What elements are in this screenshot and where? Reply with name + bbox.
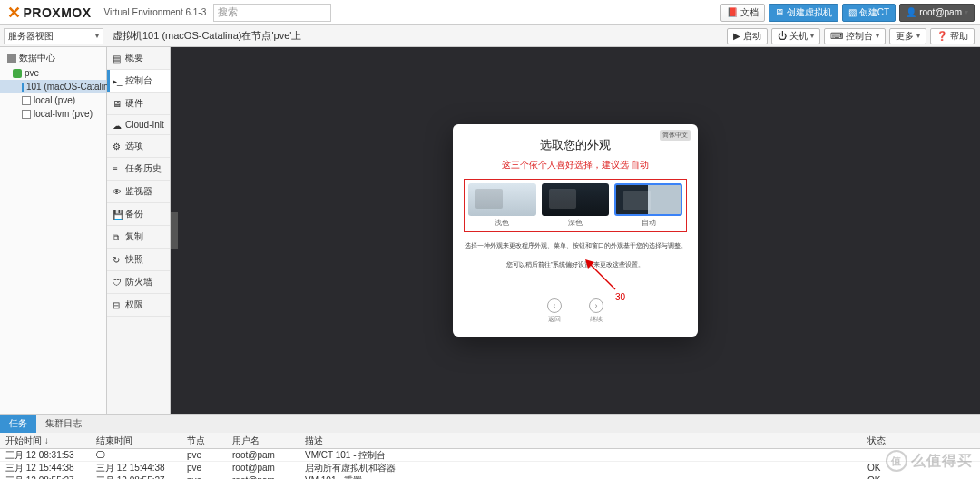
col-start[interactable]: 开始时间 ↓	[0, 435, 91, 447]
book-icon: 📕	[727, 7, 738, 17]
menu-monitor[interactable]: 👁监视器	[107, 181, 170, 203]
cloud-icon: ☁	[113, 121, 122, 130]
tree-vm-101[interactable]: 101 (macOS-Catalina)	[0, 80, 106, 93]
log-header: 开始时间 ↓ 结束时间 节点 用户名 描述 状态	[0, 433, 980, 449]
resource-tree: 数据中心 pve 101 (macOS-Catalina) local (pve…	[0, 47, 107, 414]
menu-snapshot[interactable]: ↻快照	[107, 249, 170, 271]
lock-icon: ⊟	[113, 300, 122, 309]
brand-text: PROXMOX	[24, 5, 92, 20]
view-dropdown[interactable]: 服务器视图▾	[4, 28, 103, 44]
copy-icon: ⧉	[113, 232, 122, 241]
theme-auto[interactable]: 自动	[614, 183, 682, 228]
arrow-right-icon: ›	[595, 301, 598, 310]
list-icon: ≡	[113, 164, 122, 173]
menu-replication[interactable]: ⧉复制	[107, 226, 170, 249]
chevron-down-icon: ▾	[965, 8, 968, 16]
col-end[interactable]: 结束时间	[91, 435, 181, 447]
col-node[interactable]: 节点	[181, 435, 227, 447]
tree-storage-local-lvm[interactable]: local-lvm (pve)	[0, 107, 106, 121]
collapse-handle[interactable]	[171, 212, 178, 249]
create-vm-button[interactable]: 🖥创建虚拟机	[769, 4, 838, 22]
tree-storage-local[interactable]: local (pve)	[0, 93, 106, 107]
logo: ✕ PROXMOX	[0, 3, 99, 23]
back-button[interactable]: ‹ 返回	[547, 298, 562, 324]
chevron-down-icon: ▾	[95, 32, 99, 40]
power-icon: ⏻	[778, 31, 787, 41]
server-icon	[13, 69, 22, 78]
col-user[interactable]: 用户名	[227, 435, 299, 447]
console-button[interactable]: ⌨控制台▾	[824, 28, 886, 44]
tree-datacenter[interactable]: 数据中心	[0, 50, 106, 66]
help-button[interactable]: ❓帮助	[930, 28, 975, 44]
watermark-icon: 值	[886, 450, 907, 472]
create-ct-button[interactable]: ▧创建CT	[842, 4, 896, 22]
menu-hardware[interactable]: 🖥硬件	[107, 93, 170, 115]
menu-cloudinit[interactable]: ☁Cloud-Init	[107, 115, 170, 135]
menu-task-history[interactable]: ≡任务历史	[107, 158, 170, 181]
user-icon: 👤	[906, 7, 916, 17]
vm-console[interactable]: 简体中文 选取您的外观 这三个依个人喜好选择，建议选 自动 浅色 深色 自动 选…	[171, 47, 980, 414]
log-tabs: 任务 集群日志	[0, 415, 980, 433]
menu-options[interactable]: ⚙选项	[107, 135, 170, 158]
tab-tasks[interactable]: 任务	[0, 415, 36, 433]
macos-appearance-dialog: 简体中文 选取您的外观 这三个依个人喜好选择，建议选 自动 浅色 深色 自动 选…	[453, 124, 698, 337]
main-area: 数据中心 pve 101 (macOS-Catalina) local (pve…	[0, 47, 980, 414]
dialog-desc-2: 您可以稍后前往"系统偏好设置"来更改这些设置。	[464, 260, 687, 270]
language-badge[interactable]: 简体中文	[660, 130, 691, 141]
history-icon: ↻	[113, 255, 122, 264]
docs-button[interactable]: 📕文档	[720, 4, 765, 22]
vm-icon	[22, 83, 24, 92]
datacenter-icon	[7, 54, 16, 63]
annotation-arrow	[583, 258, 620, 294]
storage-icon	[22, 96, 31, 105]
shield-icon: 🛡	[113, 278, 122, 287]
dialog-subtitle: 这三个依个人喜好选择，建议选 自动	[464, 159, 687, 171]
start-button[interactable]: ▶启动	[727, 28, 768, 44]
menu-permissions[interactable]: ⊟权限	[107, 294, 170, 317]
log-row[interactable]: 三月 12 08:55:27三月 12 08:55:27pveroot@pamV…	[0, 474, 980, 479]
breadcrumb: 虚拟机101 (macOS-Catalina)在节点'pve'上	[113, 29, 301, 43]
theme-light[interactable]: 浅色	[468, 183, 536, 228]
gear-icon: ⚙	[113, 142, 122, 151]
dialog-desc-1: 选择一种外观来更改程序外观、菜单、按钮和窗口的外观基于您的选择与调整。	[464, 241, 687, 251]
help-icon: ❓	[936, 31, 947, 41]
disk-icon: 💾	[113, 210, 122, 219]
theme-options: 浅色 深色 自动	[464, 179, 687, 232]
terminal-icon: ⌨	[830, 31, 843, 41]
watermark: 值 么值得买	[886, 450, 973, 472]
log-row[interactable]: 三月 12 08:31:53🖵pveroot@pamVM/CT 101 - 控制…	[0, 449, 980, 462]
theme-thumb-light	[468, 183, 536, 216]
note-icon: ▤	[113, 54, 122, 63]
menu-backup[interactable]: 💾备份	[107, 203, 170, 226]
col-status[interactable]: 状态	[862, 435, 980, 447]
log-row[interactable]: 三月 12 15:44:38三月 12 15:44:38pveroot@pam启…	[0, 462, 980, 474]
menu-console[interactable]: ▸_控制台	[107, 70, 170, 93]
svg-line-0	[588, 262, 615, 289]
menu-summary[interactable]: ▤概要	[107, 47, 170, 70]
user-menu[interactable]: 👤root@pam▾	[899, 4, 975, 22]
more-button[interactable]: 更多▾	[889, 28, 926, 44]
annotation-label: 30	[615, 292, 625, 302]
dialog-title: 选取您的外观	[464, 137, 687, 153]
menu-firewall[interactable]: 🛡防火墙	[107, 271, 170, 294]
top-bar: ✕ PROXMOX Virtual Environment 6.1-3 搜索 📕…	[0, 0, 980, 25]
continue-button[interactable]: › 继续	[589, 298, 603, 324]
storage-icon	[22, 110, 31, 119]
vm-side-menu: ▤概要 ▸_控制台 🖥硬件 ☁Cloud-Init ⚙选项 ≡任务历史 👁监视器…	[107, 47, 171, 414]
monitor-icon: 🖥	[113, 99, 122, 108]
version-label: Virtual Environment 6.1-3	[104, 7, 207, 17]
sub-bar: 服务器视图▾ 虚拟机101 (macOS-Catalina)在节点'pve'上 …	[0, 25, 980, 47]
theme-thumb-auto	[614, 183, 682, 216]
theme-dark[interactable]: 深色	[542, 183, 610, 228]
shutdown-button[interactable]: ⏻关机▾	[771, 28, 820, 44]
col-desc[interactable]: 描述	[299, 435, 862, 447]
eye-icon: 👁	[113, 187, 122, 196]
search-input[interactable]: 搜索	[213, 4, 331, 22]
spinner-icon: 🖵	[96, 450, 105, 460]
arrow-left-icon: ‹	[554, 301, 556, 310]
tree-node[interactable]: pve	[0, 66, 106, 80]
tab-cluster-log[interactable]: 集群日志	[36, 415, 91, 433]
task-log-panel: 任务 集群日志 开始时间 ↓ 结束时间 节点 用户名 描述 状态 三月 12 0…	[0, 414, 980, 479]
theme-thumb-dark	[542, 183, 610, 216]
cube-icon: ▧	[848, 7, 857, 17]
